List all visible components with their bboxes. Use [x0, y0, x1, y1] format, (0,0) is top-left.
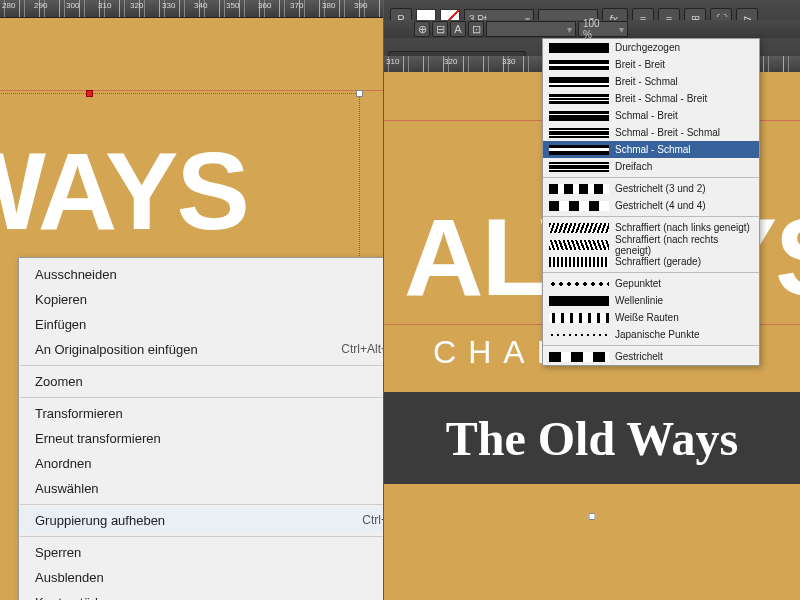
tool-icon[interactable]: A	[450, 21, 466, 37]
stroke-style-option[interactable]: Gestrichelt (4 und 4)	[543, 197, 759, 214]
stroke-preview[interactable]	[486, 21, 576, 37]
canvas-text-oldways[interactable]: The Old Ways	[446, 411, 739, 466]
stroke-style-option[interactable]: Schmal - Schmal	[543, 141, 759, 158]
menu-item[interactable]: Erneut transformieren	[19, 426, 412, 451]
menu-item[interactable]: Zoomen	[19, 369, 412, 394]
tool-icon[interactable]: ⊕	[414, 21, 430, 37]
menu-item[interactable]: Anordnen	[19, 451, 412, 476]
stroke-style-option[interactable]: Schraffiert (nach rechts geneigt)	[543, 236, 759, 253]
context-menu: AusschneidenKopierenEinfügenAn Originalp…	[18, 257, 413, 600]
left-screenshot: 280290300310320330340350360370380390 WAY…	[0, 0, 383, 600]
menu-item[interactable]: Ausschneiden	[19, 262, 412, 287]
stroke-style-option[interactable]: Japanische Punkte	[543, 326, 759, 343]
menu-item[interactable]: Sperren	[19, 540, 412, 565]
stroke-style-option[interactable]: Gepunktet	[543, 275, 759, 292]
resize-handle-center[interactable]	[86, 90, 93, 97]
stroke-style-option[interactable]: Breit - Schmal - Breit	[543, 90, 759, 107]
menu-item[interactable]: Ausblenden	[19, 565, 412, 590]
selection-handle[interactable]	[589, 513, 596, 520]
resize-handle[interactable]	[356, 90, 363, 97]
stroke-style-option[interactable]: Gestrichelt	[543, 348, 759, 365]
menu-item[interactable]: Transformieren	[19, 401, 412, 426]
tool-icon[interactable]: ⊡	[468, 21, 484, 37]
ruler-horizontal: 280290300310320330340350360370380390	[0, 0, 383, 18]
stroke-style-option[interactable]: Dreifach	[543, 158, 759, 175]
menu-item[interactable]: An Originalposition einfügenCtrl+Alt+S	[19, 337, 412, 362]
stroke-style-option[interactable]: Breit - Breit	[543, 56, 759, 73]
canvas-text-ways[interactable]: WAYS	[0, 136, 248, 246]
stroke-style-option[interactable]: Schraffiert (gerade)	[543, 253, 759, 270]
guide	[0, 90, 383, 91]
menu-item[interactable]: Auswählen	[19, 476, 412, 501]
stroke-style-option[interactable]: Gestrichelt (3 und 2)	[543, 180, 759, 197]
menu-item[interactable]: Kopieren	[19, 287, 412, 312]
opacity-field[interactable]: 100 %	[578, 21, 628, 37]
stroke-style-option[interactable]: Wellenlinie	[543, 292, 759, 309]
stroke-style-option[interactable]: Breit - Schmal	[543, 73, 759, 90]
menu-item[interactable]: Konturstärke	[19, 590, 412, 600]
menu-item[interactable]: Gruppierung aufhebenCtrl+S	[19, 508, 412, 533]
toolbar-row2: ⊕ ⊟ A ⊡ 100 %	[384, 20, 800, 38]
stroke-style-option[interactable]: Durchgezogen	[543, 39, 759, 56]
stroke-style-option[interactable]: Schmal - Breit	[543, 107, 759, 124]
stroke-style-option[interactable]: Weiße Rauten	[543, 309, 759, 326]
tool-icon[interactable]: ⊟	[432, 21, 448, 37]
stroke-style-menu: DurchgezogenBreit - BreitBreit - SchmalB…	[542, 38, 760, 366]
menu-item[interactable]: Einfügen	[19, 312, 412, 337]
stroke-style-option[interactable]: Schmal - Breit - Schmal	[543, 124, 759, 141]
banner: The Old Ways	[384, 392, 800, 484]
right-screenshot: P 3 Pt fx. ≡ ≡ ⊞ ⛶ ⊳ ⊕ ⊟ A ⊡ 100 % @ 75 …	[384, 0, 800, 600]
